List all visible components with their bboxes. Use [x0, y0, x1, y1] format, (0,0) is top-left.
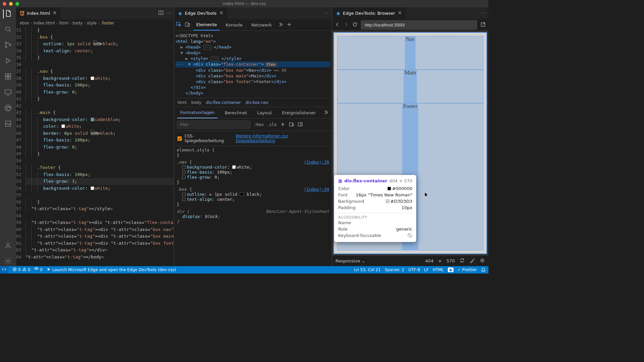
- tab-network[interactable]: Netzwerk: [249, 20, 274, 30]
- devtools-toolbar: Elemente Konsole Netzwerk: [174, 19, 332, 31]
- eyedropper-icon[interactable]: [470, 258, 475, 264]
- plus-icon[interactable]: [286, 22, 292, 28]
- code-editor[interactable]: 3132333435363738394041424344454647484950…: [16, 27, 174, 266]
- target-icon[interactable]: [480, 258, 485, 264]
- chevron-right-icon[interactable]: [278, 22, 283, 28]
- remote-icon: [2, 267, 6, 273]
- svg-point-3: [9, 44, 11, 46]
- subtab-listeners[interactable]: Ereignislistener: [279, 108, 318, 118]
- edge-icon: ◉: [177, 11, 183, 16]
- svg-rect-17: [289, 123, 292, 126]
- grid-icon: ▦: [338, 178, 342, 183]
- browser-pane: ◉ Edge DevTools: Browser ··· Nav M: [332, 7, 488, 266]
- tab-edge-devtools[interactable]: ◉ Edge DevTools: [174, 7, 227, 19]
- tab-elements[interactable]: Elemente: [194, 19, 220, 31]
- breadcrumb-item[interactable]: html: [59, 21, 68, 25]
- editor-pane: index.html ··· xbox› index.html› html› b…: [16, 7, 174, 266]
- indent[interactable]: Spaces: 2: [385, 267, 404, 272]
- breadcrumb-item[interactable]: body: [73, 21, 83, 25]
- forward-icon[interactable]: [343, 22, 349, 28]
- css-mirror-info-link[interactable]: Weitere Informationen zur Spiegelbearbei…: [236, 134, 329, 143]
- account-icon[interactable]: [4, 241, 12, 250]
- rotate-icon[interactable]: [460, 258, 465, 264]
- html-file-icon: [19, 11, 25, 16]
- explorer-icon[interactable]: [3, 9, 12, 18]
- launch-action[interactable]: Launch Microsoft Edge and open the Edge …: [47, 267, 176, 273]
- svg-point-11: [7, 243, 9, 246]
- split-editor-icon[interactable]: [158, 10, 164, 16]
- search-icon[interactable]: [4, 25, 12, 34]
- notifications-icon[interactable]: [481, 267, 486, 272]
- subtab-layout[interactable]: Layout: [255, 108, 275, 118]
- encoding[interactable]: UTF-8: [408, 267, 420, 272]
- styles-filter-bar: :hov .cls: [174, 119, 332, 131]
- url-input[interactable]: [361, 20, 477, 29]
- chevron-right-icon[interactable]: [323, 110, 328, 116]
- breadcrumbs[interactable]: xbox› index.html› html› body› style› .fo…: [16, 19, 174, 27]
- edge-icon[interactable]: [4, 104, 12, 113]
- inspect-icon[interactable]: [176, 22, 181, 28]
- image-icon[interactable]: [4, 120, 12, 129]
- breadcrumb-item[interactable]: index.html: [34, 21, 55, 25]
- prettier[interactable]: ✓ Prettier: [458, 267, 477, 272]
- close-icon[interactable]: [3, 2, 6, 6]
- eol[interactable]: LF: [424, 267, 429, 272]
- height-value[interactable]: 570: [446, 258, 455, 263]
- minimize-icon[interactable]: [9, 2, 13, 6]
- subtab-styles[interactable]: Formatvorlagen: [177, 107, 217, 118]
- gear-icon[interactable]: [4, 257, 12, 266]
- language-mode[interactable]: HTML: [433, 267, 444, 272]
- ports[interactable]: 0: [34, 267, 43, 273]
- run-debug-icon[interactable]: [4, 57, 12, 66]
- more-icon[interactable]: ···: [166, 11, 171, 16]
- close-icon[interactable]: [397, 10, 402, 16]
- dom-breadcrumbs[interactable]: html body div.flex-container div.box.nav: [174, 98, 332, 107]
- panel-icon[interactable]: [298, 122, 303, 128]
- device-toggle-icon[interactable]: [185, 22, 190, 28]
- remote-icon[interactable]: [4, 88, 12, 97]
- subtab-computed[interactable]: Berechnet: [222, 108, 250, 118]
- extensions-icon[interactable]: [4, 72, 12, 81]
- device-select[interactable]: Responsive ⌄: [335, 258, 365, 263]
- tab-label: Edge DevTools: Browser: [343, 11, 395, 16]
- breadcrumb-item[interactable]: .footer: [101, 21, 114, 25]
- edge-status-icon[interactable]: ◉: [448, 267, 453, 272]
- close-icon[interactable]: [52, 10, 57, 16]
- css-mirror-checkbox[interactable]: [177, 136, 182, 141]
- cursor-position[interactable]: Ln 53, Col 21: [354, 267, 381, 272]
- more-icon[interactable]: ···: [481, 11, 486, 16]
- maximize-icon[interactable]: [15, 2, 19, 6]
- back-icon[interactable]: [335, 22, 340, 28]
- breadcrumb-item[interactable]: xbox: [19, 21, 29, 25]
- dom-tree[interactable]: <!DOCTYPE html> <html lang="en"> ▶ <head…: [174, 31, 332, 98]
- tab-edge-browser[interactable]: ◉ Edge DevTools: Browser: [332, 7, 406, 19]
- check-icon: ✓: [458, 267, 461, 272]
- remote-indicator[interactable]: [0, 266, 8, 274]
- styles-filter-input[interactable]: [177, 121, 251, 129]
- source-control-icon[interactable]: [4, 41, 12, 50]
- reload-icon[interactable]: [352, 22, 358, 28]
- tab-index-html[interactable]: index.html: [16, 7, 61, 19]
- breadcrumb-item[interactable]: style: [87, 21, 97, 25]
- edge-icon: ◉: [335, 11, 341, 16]
- close-icon[interactable]: [219, 10, 224, 16]
- width-value[interactable]: 404: [425, 258, 433, 263]
- browser-viewport[interactable]: Nav Main Footer ▦ div.flex-container 404…: [332, 31, 488, 255]
- open-external-icon[interactable]: [480, 22, 486, 28]
- hov-toggle[interactable]: :hov: [254, 122, 264, 127]
- problems[interactable]: 0 0: [12, 267, 30, 273]
- error-icon: [12, 267, 17, 273]
- device-icon[interactable]: [289, 122, 294, 128]
- svg-rect-19: [298, 123, 302, 126]
- device-toolbar: Responsive ⌄ 404 × 570: [332, 255, 488, 266]
- svg-rect-18: [292, 124, 293, 126]
- svg-rect-5: [8, 74, 11, 76]
- devtools-pane: ◉ Edge DevTools ··· Elemente Konsole Net…: [174, 7, 332, 266]
- tab-console[interactable]: Konsole: [223, 20, 245, 30]
- plus-icon[interactable]: [280, 122, 285, 128]
- cls-toggle[interactable]: .cls: [267, 122, 277, 127]
- styles-panel[interactable]: element.style { } .nav {(Index):39 backg…: [174, 146, 332, 266]
- css-mirror-row: CSS-Spiegelbearbeitung Weitere Informati…: [174, 131, 332, 146]
- svg-point-22: [482, 260, 483, 261]
- more-icon[interactable]: ···: [324, 11, 329, 16]
